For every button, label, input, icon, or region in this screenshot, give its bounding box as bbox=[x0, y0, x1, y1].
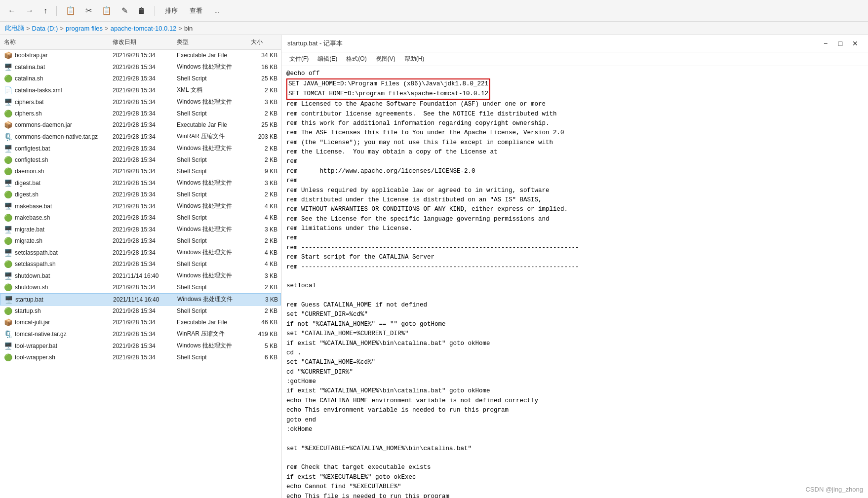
sh-icon: 🟢 bbox=[4, 110, 12, 117]
file-type-cell: Windows 批处理文件 bbox=[173, 143, 247, 153]
file-name-text: migrate.sh bbox=[15, 237, 42, 244]
bat-icon: 🖥️ bbox=[4, 202, 12, 210]
file-row[interactable]: 🟢tool-wrapper.sh2021/9/28 15:34Shell Scr… bbox=[0, 352, 281, 363]
file-row[interactable]: 🟢startup.sh2021/9/28 15:34Shell Script2 … bbox=[0, 306, 281, 317]
file-name-text: configtest.bat bbox=[15, 145, 50, 152]
file-size-cell: 2 KB bbox=[247, 236, 281, 245]
file-row[interactable]: 🖥️shutdown.bat2021/11/14 16:40Windows 批处… bbox=[0, 270, 281, 282]
separator-2 bbox=[155, 6, 155, 16]
file-name-cell: 🖥️setclasspath.bat bbox=[0, 248, 109, 258]
notepad-title: startup.bat - 记事本 bbox=[287, 39, 343, 48]
notepad-menu-item[interactable]: 视图(V) bbox=[372, 53, 399, 65]
breadcrumb-computer[interactable]: 此电脑 bbox=[5, 24, 24, 33]
file-date-cell: 2021/11/14 16:40 bbox=[109, 295, 173, 304]
file-size-cell: 4 KB bbox=[247, 248, 281, 257]
file-size-cell: 4 KB bbox=[247, 202, 281, 211]
file-name-text: configtest.sh bbox=[15, 156, 48, 163]
file-row[interactable]: 🟢catalina.sh2021/9/28 15:34Shell Script2… bbox=[0, 73, 281, 84]
file-row[interactable]: 🟢makebase.sh2021/9/28 15:34Shell Script4… bbox=[0, 212, 281, 224]
file-size-cell: 2 KB bbox=[247, 144, 281, 153]
file-row[interactable]: 📄catalina-tasks.xml2021/9/28 15:34XML 文档… bbox=[0, 84, 281, 96]
file-type-cell: Executable Jar File bbox=[173, 318, 247, 327]
file-type-cell: Windows 批处理文件 bbox=[173, 62, 247, 72]
file-row[interactable]: 🖥️digest.bat2021/9/28 15:34Windows 批处理文件… bbox=[0, 177, 281, 189]
col-size[interactable]: 大小 bbox=[247, 37, 281, 47]
file-row[interactable]: 🗜️commons-daemon-native.tar.gz2021/9/28 … bbox=[0, 131, 281, 143]
file-name-cell: 🟢digest.sh bbox=[0, 190, 109, 199]
window-controls: − □ ✕ bbox=[819, 38, 862, 49]
breadcrumb-tomcat[interactable]: apache-tomcat-10.0.12 bbox=[111, 25, 177, 32]
forward-button[interactable]: → bbox=[23, 4, 37, 17]
breadcrumb-data[interactable]: Data (D:) bbox=[32, 25, 58, 32]
file-row[interactable]: 🖥️migrate.bat2021/9/28 15:34Windows 批处理文… bbox=[0, 224, 281, 235]
file-row[interactable]: 🟢daemon.sh2021/9/28 15:34Shell Script9 K… bbox=[0, 166, 281, 177]
file-name-text: ciphers.bat bbox=[15, 99, 44, 106]
file-size-cell: 3 KB bbox=[247, 98, 281, 107]
more-label[interactable]: ... bbox=[210, 5, 224, 16]
notepad-menu-item[interactable]: 文件(F) bbox=[285, 53, 313, 65]
file-row[interactable]: 🖥️ciphers.bat2021/9/28 15:34Windows 批处理文… bbox=[0, 96, 281, 108]
file-row[interactable]: 🖥️tool-wrapper.bat2021/9/28 15:34Windows… bbox=[0, 340, 281, 352]
file-date-cell: 2021/9/28 15:34 bbox=[109, 109, 173, 118]
file-row[interactable]: 📦commons-daemon.jar2021/9/28 15:34Execut… bbox=[0, 119, 281, 131]
copy-button[interactable]: 📋 bbox=[63, 4, 79, 17]
file-row[interactable]: 📦tomcat-juli.jar2021/9/28 15:34Executabl… bbox=[0, 317, 281, 328]
file-size-cell: 46 KB bbox=[247, 318, 281, 327]
sh-icon: 🟢 bbox=[4, 75, 12, 82]
file-name-cell: 🟢setclasspath.sh bbox=[0, 259, 109, 269]
file-row[interactable]: 🟢setclasspath.sh2021/9/28 15:34Shell Scr… bbox=[0, 259, 281, 270]
file-row[interactable]: 🟢configtest.sh2021/9/28 15:34Shell Scrip… bbox=[0, 154, 281, 166]
bat-icon: 🖥️ bbox=[4, 272, 12, 280]
notepad-menu-item[interactable]: 编辑(E) bbox=[314, 53, 341, 65]
bat-icon: 🖥️ bbox=[4, 249, 12, 257]
file-row[interactable]: 🟢digest.sh2021/9/28 15:34Shell Script2 K… bbox=[0, 189, 281, 200]
delete-button[interactable]: 🗑 bbox=[135, 4, 149, 17]
file-name-cell: 🟢makebase.sh bbox=[0, 213, 109, 223]
file-row[interactable]: 🖥️makebase.bat2021/9/28 15:34Windows 批处理… bbox=[0, 200, 281, 212]
file-name-cell: 🟢shutdown.sh bbox=[0, 282, 109, 292]
file-name-text: startup.sh bbox=[15, 307, 41, 314]
file-row[interactable]: 🖥️startup.bat2021/11/14 16:40Windows 批处理… bbox=[0, 293, 281, 306]
file-name-cell: 🟢migrate.sh bbox=[0, 236, 109, 246]
breadcrumb-programfiles[interactable]: program files bbox=[66, 25, 103, 32]
file-row[interactable]: 🟢ciphers.sh2021/9/28 15:34Shell Script2 … bbox=[0, 108, 281, 119]
file-row[interactable]: 🟢migrate.sh2021/9/28 15:34Shell Script2 … bbox=[0, 235, 281, 247]
back-button[interactable]: ← bbox=[5, 4, 19, 17]
up-button[interactable]: ↑ bbox=[40, 4, 50, 17]
col-date[interactable]: 修改日期 bbox=[109, 37, 173, 47]
file-name-cell: 🖥️tool-wrapper.bat bbox=[0, 341, 109, 351]
sh-icon: 🟢 bbox=[4, 237, 12, 245]
file-type-cell: Shell Script bbox=[173, 155, 247, 164]
file-type-cell: Windows 批处理文件 bbox=[173, 224, 247, 234]
maximize-button[interactable]: □ bbox=[833, 38, 847, 49]
col-type[interactable]: 类型 bbox=[173, 37, 247, 47]
sh-icon: 🟢 bbox=[4, 307, 12, 315]
file-type-cell: Shell Script bbox=[173, 306, 247, 315]
file-row[interactable]: 🟢shutdown.sh2021/9/28 15:34Shell Script2… bbox=[0, 282, 281, 293]
file-row[interactable]: 🖥️setclasspath.bat2021/9/28 15:34Windows… bbox=[0, 247, 281, 259]
cut-button[interactable]: ✂ bbox=[82, 4, 95, 17]
file-name-cell: 🗜️commons-daemon-native.tar.gz bbox=[0, 132, 109, 142]
notepad-menu-item[interactable]: 帮助(H) bbox=[400, 53, 429, 65]
file-date-cell: 2021/9/28 15:34 bbox=[109, 318, 173, 327]
file-type-cell: Shell Script bbox=[173, 353, 247, 362]
notepad-menu-item[interactable]: 格式(O) bbox=[342, 53, 370, 65]
file-row[interactable]: 📦bootstrap.jar2021/9/28 15:34Executable … bbox=[0, 50, 281, 61]
file-date-cell: 2021/9/28 15:34 bbox=[109, 98, 173, 107]
close-button[interactable]: ✕ bbox=[848, 38, 862, 49]
file-row[interactable]: 🗜️tomcat-native.tar.gz2021/9/28 15:34Win… bbox=[0, 328, 281, 340]
notepad-content[interactable]: @echo off SET JAVA_HOME=D:\Program Files… bbox=[281, 66, 868, 498]
file-name-cell: 🟢catalina.sh bbox=[0, 74, 109, 83]
file-row[interactable]: 🖥️configtest.bat2021/9/28 15:34Windows 批… bbox=[0, 143, 281, 154]
col-name[interactable]: 名称 bbox=[0, 37, 109, 47]
file-name-text: tomcat-juli.jar bbox=[15, 319, 50, 326]
file-name-text: bootstrap.jar bbox=[15, 52, 48, 59]
sort-label[interactable]: 排序 bbox=[161, 4, 182, 17]
file-row[interactable]: 🖥️catalina.bat2021/9/28 15:34Windows 批处理… bbox=[0, 61, 281, 73]
view-label[interactable]: 查看 bbox=[186, 4, 206, 17]
file-name-cell: 📦tomcat-juli.jar bbox=[0, 317, 109, 327]
paste-button[interactable]: 📋 bbox=[99, 4, 115, 17]
file-name-cell: 🗜️tomcat-native.tar.gz bbox=[0, 329, 109, 339]
minimize-button[interactable]: − bbox=[819, 38, 832, 49]
rename-button[interactable]: ✎ bbox=[118, 4, 131, 17]
